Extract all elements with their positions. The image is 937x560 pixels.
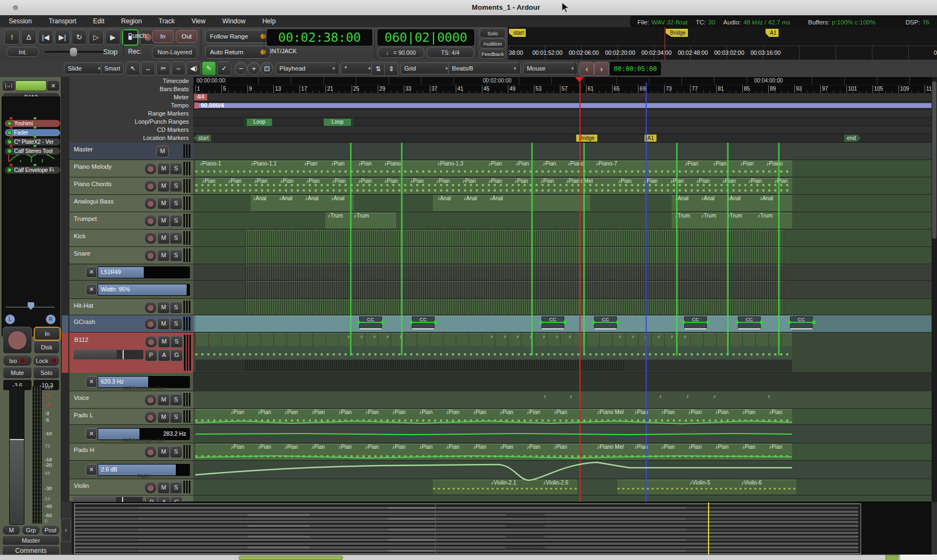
automation-g-button[interactable]: G (170, 349, 183, 361)
velocity-slider[interactable] (73, 497, 143, 502)
monitor-disk-button[interactable]: Disk (34, 341, 60, 354)
ruler-row-tempo[interactable]: 90.000/4 (193, 101, 932, 110)
loop-range-tag[interactable]: Loop (323, 118, 354, 126)
track-row-analogui-bass[interactable]: ♪Anal♪Anal♪Anal♪Anal♪Anal♪Anal♪Anal♪Anal… (193, 195, 932, 212)
mute-button[interactable]: M (157, 180, 170, 192)
gain-fader[interactable] (9, 386, 24, 525)
mute-button[interactable]: M (157, 482, 170, 494)
track-row-283-2-hz[interactable] (193, 425, 932, 443)
mute-button[interactable]: M (157, 198, 170, 209)
velocity-slider[interactable] (73, 349, 144, 360)
automation-a-button[interactable]: A (158, 497, 170, 502)
track-header-trumpet[interactable]: TrumpetMS (69, 212, 193, 230)
track-row-piano-chords[interactable]: ♪Piano Mel♪Pian♪Pian♪Pian♪Pian♪Pian♪Pian… (193, 177, 932, 195)
nudge-clock[interactable]: 00:00:05:00 (610, 62, 661, 75)
track-row-l51r49[interactable] (193, 264, 932, 281)
mute-button[interactable]: M (157, 163, 170, 175)
track-row-hit-hat[interactable] (193, 299, 932, 315)
resize-corner[interactable] (900, 555, 937, 560)
solo-button[interactable]: S (170, 232, 182, 244)
window-titlebar[interactable]: Moments_1 - Ardour (0, 0, 937, 16)
track-header-voice[interactable]: VoiceMS (69, 391, 193, 409)
mute-button[interactable]: M (157, 394, 170, 406)
processor-calf-stereo-tool[interactable]: Calf Stereo Tool (5, 148, 60, 155)
menu-edit[interactable]: Edit (92, 17, 106, 25)
location-marker-end[interactable]: end (844, 135, 861, 142)
output-button[interactable]: Master (2, 536, 60, 545)
ruler-row-timecode[interactable]: 00:00:00:0000:02:00:0000:04:00:00 (193, 77, 932, 85)
track-row-master[interactable] (193, 143, 932, 160)
cc-automation-block[interactable]: CC (412, 316, 435, 329)
grab-tool[interactable]: ↖ (126, 61, 140, 75)
fit-strip-button[interactable]: |↔| (2, 80, 15, 91)
solo-button[interactable]: S (170, 180, 182, 192)
menu-session[interactable]: Session (8, 17, 33, 25)
mute-button[interactable]: M (157, 446, 170, 458)
summary-view-frame[interactable] (74, 504, 861, 554)
horizontal-scrollbar[interactable] (0, 555, 937, 560)
automation-a-button[interactable]: A (158, 349, 170, 361)
go-to-start-button[interactable]: |◀ (38, 29, 53, 44)
cc-automation-block[interactable]: CC (541, 316, 564, 329)
mute-button[interactable]: M (156, 145, 169, 157)
tempo-button[interactable]: ♩ = 90.000 (378, 47, 424, 58)
solo-button[interactable]: S (170, 446, 182, 458)
edit-point-dropdown[interactable]: Mouse▼ (523, 62, 578, 74)
grid-dropdown[interactable]: Grid▼ (400, 62, 452, 74)
zoom-to-session-button[interactable]: ⊡ (260, 62, 273, 75)
track-header-pads-l[interactable]: Pads LMS (69, 409, 193, 425)
minimap-marker-Bridge[interactable]: Bridge (666, 29, 688, 37)
session-summary[interactable] (72, 502, 932, 555)
lane-value-bar[interactable]: Width: 95% (98, 284, 190, 296)
minimap-marker-start[interactable]: start (509, 29, 526, 37)
play-range-button[interactable]: ▷ (88, 29, 104, 44)
ruler-row-loop-punch-ranges[interactable]: LoopLoop (193, 118, 932, 126)
ruler-row-cd-markers[interactable] (193, 126, 932, 134)
record-enable-button[interactable] (144, 302, 157, 314)
monitor-input-button[interactable]: In (34, 327, 61, 341)
track-header-pads-h[interactable]: Pads HMS (69, 443, 193, 461)
punch-out-button[interactable]: Out (176, 30, 197, 43)
lane-close-button[interactable]: ✕ (86, 376, 97, 387)
solo-button[interactable]: Solo (33, 367, 60, 379)
solo-lock-button[interactable]: Lock (33, 355, 60, 366)
window-menu-button[interactable] (13, 5, 18, 10)
automation-g-button[interactable]: G (170, 497, 183, 502)
midi-input-button[interactable]: M (2, 525, 21, 535)
editor-canvas[interactable]: ♪Piano-1♪Piano-1.1♪Pian♪Pian♪Pian♪Piano♪… (193, 143, 932, 502)
track-header-l51r49[interactable]: ✕L51R49 (69, 264, 193, 281)
ruler-row-meter[interactable]: 4/4 (193, 93, 932, 101)
go-to-end-button[interactable]: ▶| (55, 29, 70, 44)
meter-tag[interactable]: 4/4 (194, 94, 207, 100)
mute-button[interactable]: M (157, 318, 170, 330)
track-row-gcrash[interactable]: CCCCCCCCCCCCCC (193, 315, 932, 333)
mute-button[interactable]: M (157, 302, 170, 314)
menu-region[interactable]: Region (120, 17, 143, 25)
track-row-2-6-db[interactable] (193, 461, 932, 479)
record-enable-button[interactable] (144, 394, 157, 406)
processor-box[interactable]: YoshimiFaderC* PlateX2 - VerCalf Stereo … (2, 97, 60, 336)
track-row-voice[interactable]: ♪♪♪♪♪♪ (193, 391, 932, 409)
mute-button[interactable]: M (157, 215, 170, 227)
metronome-button[interactable]: Δ (21, 29, 36, 44)
automation-play-button[interactable]: P (145, 349, 157, 361)
nudge-back-button[interactable]: ‹ (579, 62, 594, 76)
sync-source-button[interactable]: Int. (7, 47, 39, 57)
solo-button[interactable]: S (170, 411, 182, 423)
horizontal-scroll-thumb[interactable] (239, 556, 343, 560)
automation-play-button[interactable]: P (145, 497, 158, 502)
menu-window[interactable]: Window (221, 17, 247, 25)
monitor-feedback-button[interactable]: Feedback (480, 49, 506, 59)
lane-close-button[interactable]: ✕ (86, 464, 97, 475)
mute-button[interactable]: M (158, 336, 170, 348)
record-enable-button[interactable] (144, 318, 157, 330)
summary-scroll-left-button[interactable]: ‹ (61, 518, 71, 542)
track-header-master[interactable]: MasterM (69, 143, 193, 160)
mute-button[interactable]: Mute (3, 367, 32, 379)
punch-in-button[interactable]: In (152, 30, 174, 43)
panner[interactable]: L R (2, 302, 59, 326)
record-enable-button[interactable] (144, 482, 157, 494)
cut-tool[interactable]: ✂ (156, 61, 170, 75)
internal-edit-tool[interactable]: ✓ (217, 61, 231, 75)
audition-tool[interactable]: ◀⟩ (187, 61, 201, 75)
